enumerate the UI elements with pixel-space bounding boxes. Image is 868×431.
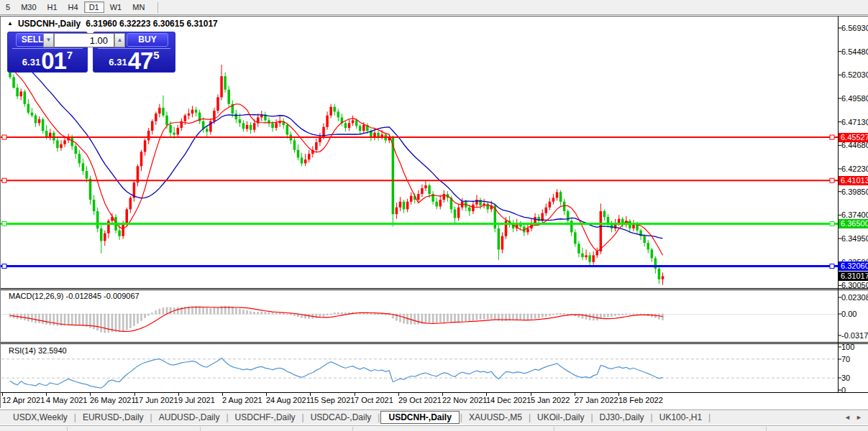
rsi-axis-label: 70 (841, 355, 850, 363)
price-tick-label: 6.56930 (841, 24, 868, 32)
timeframe-button-5[interactable]: 5 (1, 1, 15, 13)
tab-separator: | (226, 412, 228, 422)
date-label: 26 May 2021 (90, 396, 136, 404)
timeframe-button-h4[interactable]: H4 (63, 1, 83, 13)
price-chart-svg (0, 16, 868, 408)
timeframe-button-m30[interactable]: M30 (16, 1, 41, 13)
chart-header: ▲ USDCNH-,Daily 6.31960 6.32223 6.30615 … (7, 19, 218, 29)
ask-big-digits: 47 (128, 51, 153, 70)
macd-indicator-label: MACD(12,26,9) -0.012845 -0.009067 (9, 292, 140, 300)
tab-separator: | (150, 412, 152, 422)
price-tick-label: 6.44680 (841, 141, 868, 149)
date-label: 24 Aug 2021 (266, 396, 311, 404)
date-label: 27 Jan 2022 (575, 396, 618, 404)
tab-eurusd-daily[interactable]: EURUSD-,Daily (77, 411, 150, 424)
price-tick-label: 6.30050 (841, 281, 868, 289)
tab-separator: | (590, 412, 593, 422)
timeframe-button-mn[interactable]: MN (127, 1, 150, 13)
statusbar-separator (352, 427, 353, 431)
price-tick-label: 6.34950 (841, 234, 868, 243)
timeframe-toolbar: 5M30H1H4D1W1MN (0, 0, 868, 15)
chart-ohlc-values: 6.31960 6.32223 6.30615 6.31017 (86, 19, 218, 29)
date-label: 18 Feb 2022 (618, 396, 663, 404)
date-label: 9 Jul 2021 (178, 396, 215, 404)
tab-xauusd-m5[interactable]: XAUUSD-,M5 (463, 411, 528, 424)
price-level-badge: 6.32060 (839, 261, 868, 271)
ask-price: 6.31475 (93, 49, 175, 73)
price-level-badge: 6.45527 (839, 133, 868, 142)
chart-tab-bar: USDX,Weekly|EURUSD-,Daily|AUDUSD-,Daily|… (0, 409, 868, 425)
mt4-window: 5M30H1H4D1W1MN ▲ USDCNH-,Daily 6.31960 6… (0, 0, 868, 431)
statusbar-separator (554, 427, 554, 431)
price-tick-label: 6.42230 (841, 164, 868, 173)
toolbar-separator (157, 2, 158, 13)
price-tick-label: 6.39850 (841, 187, 868, 196)
one-click-trade-panel: SELL 6.31017 BUY 6.31475 ▼ ▲ (7, 32, 175, 73)
price-tick-label: 6.54480 (841, 47, 868, 56)
statusbar-separator (200, 427, 201, 431)
price-tick-label: 6.37400 (841, 210, 868, 219)
tab-ukoil-daily[interactable]: UKOil-,Daily (531, 411, 590, 424)
macd-axis-label: 0.00 (841, 310, 856, 318)
macd-axis-label: 0.023089 (841, 293, 868, 302)
tab-separator: | (74, 412, 76, 422)
price-level-badge: 6.41013 (839, 176, 868, 185)
date-label: 14 Dec 2021 (486, 396, 531, 404)
timeframe-button-d1[interactable]: D1 (84, 1, 104, 13)
tab-separator: | (529, 412, 531, 422)
tab-usdcnh-daily[interactable]: USDCNH-,Daily (380, 411, 459, 424)
bid-pip-digit: 7 (67, 49, 73, 61)
date-label: 7 Oct 2021 (355, 396, 393, 404)
macd-axis-label: -0.031731 (841, 331, 868, 340)
tab-usdx-weekly[interactable]: USDX,Weekly (7, 411, 73, 424)
bid-prefix: 6.31 (22, 57, 40, 68)
ask-prefix: 6.31 (109, 57, 127, 68)
price-tick-label: 6.49580 (841, 94, 868, 103)
date-label: 29 Oct 2021 (398, 396, 442, 404)
date-label: 5 Jan 2022 (531, 396, 570, 404)
tab-scroll-left-icon[interactable]: ◄ (844, 414, 851, 422)
ask-pip-digit: 5 (153, 49, 159, 61)
rsi-axis-label: 30 (841, 374, 850, 382)
rsi-axis-label: 0 (841, 386, 846, 394)
volume-decrease-button[interactable]: ▼ (43, 33, 54, 47)
volume-input[interactable] (54, 33, 114, 47)
date-label: 12 Apr 2021 (2, 396, 45, 404)
tab-usdcad-daily[interactable]: USDCAD-,Daily (305, 411, 378, 424)
date-label: 4 May 2021 (46, 396, 87, 404)
bid-big-digits: 01 (41, 51, 66, 70)
statusbar-separator (67, 427, 68, 431)
chart-symbol-label: USDCNH-,Daily (18, 19, 81, 29)
rsi-axis-label: 100 (841, 343, 854, 351)
tab-audusd-daily[interactable]: AUDUSD-,Daily (153, 411, 226, 424)
volume-increase-button[interactable]: ▲ (114, 33, 125, 47)
statusbar-separator (766, 427, 767, 431)
tab-dj30-daily[interactable]: DJ30-,Daily (594, 411, 650, 424)
price-tick-label: 6.52030 (841, 70, 868, 79)
rsi-indicator-label: RSI(14) 32.5940 (9, 346, 67, 355)
buy-button[interactable]: BUY (127, 33, 168, 47)
tab-scroll-right-icon[interactable]: ► (856, 414, 862, 422)
price-level-badge: 6.36500 (839, 219, 868, 228)
status-bar (0, 425, 868, 431)
tab-separator: | (460, 412, 462, 422)
bid-price: 6.31017 (7, 49, 88, 73)
tab-usdchf-daily[interactable]: USDCHF-,Daily (229, 411, 301, 424)
timeframe-button-h1[interactable]: H1 (42, 1, 63, 13)
tab-separator: | (302, 412, 304, 422)
timeframe-button-w1[interactable]: W1 (105, 1, 127, 13)
date-label: 15 Sep 2021 (310, 396, 355, 404)
current-price-badge: 6.31017 (839, 272, 868, 281)
date-label: 2 Aug 2021 (222, 396, 262, 404)
date-label: 17 Jun 2021 (134, 396, 178, 404)
price-tick-label: 6.47130 (841, 118, 868, 126)
collapse-triangle-icon[interactable]: ▲ (7, 19, 13, 28)
date-label: 22 Nov 2021 (442, 396, 487, 404)
tab-separator: | (651, 412, 653, 422)
tab-separator: | (708, 412, 711, 422)
tab-uk100-h1[interactable]: UK100-,H1 (654, 411, 708, 424)
tab-separator: | (378, 412, 380, 422)
